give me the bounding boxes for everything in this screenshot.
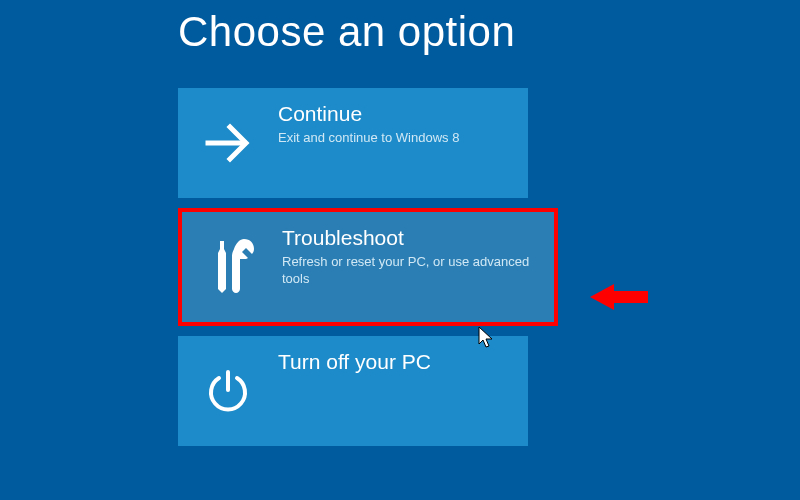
power-icon: [178, 336, 278, 446]
tools-icon: [182, 212, 282, 322]
page-title: Choose an option: [178, 8, 800, 56]
troubleshoot-tile[interactable]: Troubleshoot Refresh or reset your PC, o…: [178, 208, 558, 326]
option-title: Turn off your PC: [278, 350, 431, 374]
option-title: Continue: [278, 102, 459, 126]
options-list: Continue Exit and continue to Windows 8 …: [178, 88, 800, 446]
continue-tile[interactable]: Continue Exit and continue to Windows 8: [178, 88, 528, 198]
arrow-right-icon: [178, 88, 278, 198]
option-desc: Exit and continue to Windows 8: [278, 130, 459, 147]
option-title: Troubleshoot: [282, 226, 542, 250]
turnoff-tile[interactable]: Turn off your PC: [178, 336, 528, 446]
option-desc: Refresh or reset your PC, or use advance…: [282, 254, 542, 288]
